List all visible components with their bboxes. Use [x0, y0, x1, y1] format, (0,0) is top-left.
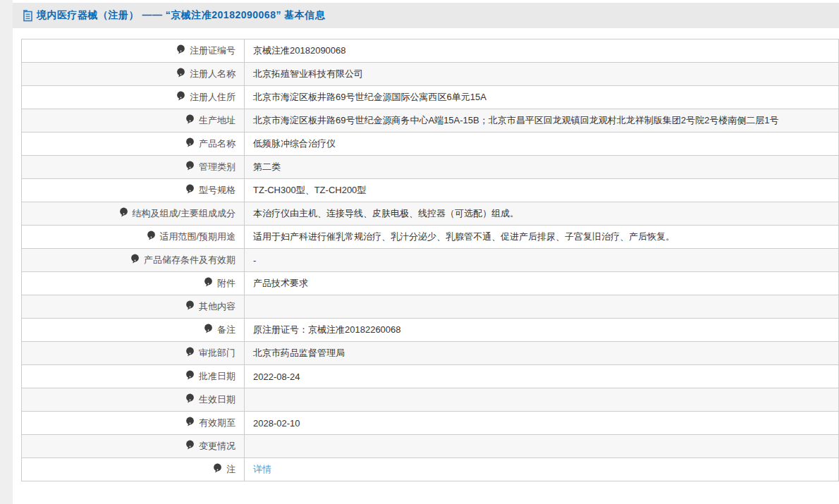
row-label: 其他内容: [22, 295, 245, 319]
row-value: TZ-CH300型、TZ-CH200型: [245, 179, 839, 202]
table-row: 有效期至 2028-02-10: [22, 412, 839, 435]
row-label-text: 有效期至: [199, 417, 235, 428]
row-label: 注册人名称: [22, 63, 245, 86]
row-value: -: [245, 249, 839, 272]
table-row: 生效日期: [22, 388, 839, 412]
row-label-text: 附件: [217, 278, 235, 288]
row-label: 产品名称: [22, 133, 245, 156]
registration-info-table: 注册证编号 京械注准20182090068 注册人名称 北京拓殖智业科技有限公司: [21, 39, 839, 481]
row-value: 北京拓殖智业科技有限公司: [245, 63, 839, 86]
note-icon: [130, 254, 140, 264]
row-label-text: 其他内容: [199, 301, 235, 312]
table-row: 变更情况: [22, 435, 839, 458]
row-label-text: 产品名称: [199, 138, 235, 149]
row-label: 型号规格: [22, 179, 245, 202]
note-icon: [176, 91, 185, 102]
row-value: [245, 295, 839, 319]
note-icon: [185, 370, 195, 381]
row-value: 2022-08-24: [245, 365, 839, 388]
note-icon: [185, 347, 195, 357]
content-panel: 境内医疗器械（注册） —— “京械注准20182090068” 基本信息 注册证…: [13, 0, 839, 504]
row-label-text: 注册证编号: [190, 45, 235, 56]
row-value: [245, 388, 839, 412]
table-row: 产品名称 低频脉冲综合治疗仪: [22, 133, 839, 156]
note-icon: [185, 137, 195, 148]
note-icon: [185, 417, 195, 427]
page-title-bar: 境内医疗器械（注册） —— “京械注准20182090068” 基本信息: [13, 3, 839, 28]
row-label: 备注: [22, 319, 245, 342]
row-value: 京械注准20182090068: [245, 39, 839, 63]
table-row: 注册人住所 北京市海淀区板井路69号世纪金源国际公寓西区6单元15A: [22, 86, 839, 109]
row-value: 产品技术要求: [245, 272, 839, 295]
note-icon: [185, 114, 195, 125]
row-label: 产品储存条件及有效期: [22, 249, 245, 272]
row-label: 结构及组成/主要组成成分: [22, 202, 245, 226]
table-row: 注册证编号 京械注准20182090068: [22, 39, 839, 63]
row-label: 审批部门: [22, 342, 245, 365]
note-icon: [185, 161, 195, 171]
row-label-text: 注: [226, 464, 235, 474]
row-value: 详情: [245, 458, 839, 481]
row-value: 北京市海淀区板井路69号世纪金源国际公寓西区6单元15A: [245, 86, 839, 109]
registration-table-body: 注册证编号 京械注准20182090068 注册人名称 北京拓殖智业科技有限公司: [22, 39, 839, 481]
table-row: 注 详情: [22, 458, 839, 481]
row-label-text: 结构及组成/主要组成成分: [132, 208, 235, 219]
table-row: 管理类别 第二类: [22, 156, 839, 179]
row-label: 变更情况: [22, 435, 245, 458]
note-icon: [185, 300, 195, 311]
table-row: 注册人名称 北京拓殖智业科技有限公司: [22, 63, 839, 86]
table-row: 适用范围/预期用途 适用于妇产科进行催乳常规治疗、乳汁分泌少、乳腺管不通、促进产…: [22, 226, 839, 249]
row-value: 原注册证号：京械注准20182260068: [245, 319, 839, 342]
note-icon: [176, 68, 185, 78]
row-value: 北京市海淀区板井路69号世纪金源商务中心A端15A-15B；北京市昌平区回龙观镇…: [245, 109, 839, 133]
row-value: 第二类: [245, 156, 839, 179]
note-icon: [213, 463, 222, 474]
page-title: 境内医疗器械（注册） —— “京械注准20182090068” 基本信息: [37, 9, 325, 22]
row-label: 管理类别: [22, 156, 245, 179]
table-row: 附件 产品技术要求: [22, 272, 839, 295]
row-value: 北京市药品监督管理局: [245, 342, 839, 365]
details-link[interactable]: 详情: [253, 464, 271, 474]
row-label-text: 生产地址: [199, 115, 235, 125]
row-label-text: 产品储存条件及有效期: [144, 254, 235, 265]
note-icon: [176, 44, 185, 55]
note-icon: [185, 184, 195, 195]
row-label-text: 生效日期: [199, 394, 235, 405]
note-icon: [119, 207, 128, 218]
page: 境内医疗器械（注册） —— “京械注准20182090068” 基本信息 注册证…: [0, 0, 839, 504]
row-value: 2028-02-10: [245, 412, 839, 435]
note-icon: [147, 231, 156, 241]
row-label-text: 审批部门: [199, 348, 235, 358]
row-label: 生产地址: [22, 109, 245, 133]
note-icon: [204, 277, 213, 288]
table-row: 备注 原注册证号：京械注准20182260068: [22, 319, 839, 342]
note-icon: [204, 324, 213, 334]
row-label: 注册证编号: [22, 39, 245, 63]
row-label: 生效日期: [22, 388, 245, 412]
row-value: 低频脉冲综合治疗仪: [245, 133, 839, 156]
row-label: 有效期至: [22, 412, 245, 435]
table-row: 审批部门 北京市药品监督管理局: [22, 342, 839, 365]
row-label-text: 型号规格: [199, 185, 235, 195]
table-row: 型号规格 TZ-CH300型、TZ-CH200型: [22, 179, 839, 202]
row-label: 附件: [22, 272, 245, 295]
row-value: 本治疗仪由主机、连接导线、皮肤电极、线控器（可选配）组成。: [245, 202, 839, 226]
table-row: 产品储存条件及有效期 -: [22, 249, 839, 272]
row-label-text: 批准日期: [199, 371, 235, 381]
table-row: 其他内容: [22, 295, 839, 319]
table-row: 批准日期 2022-08-24: [22, 365, 839, 388]
row-label: 批准日期: [22, 365, 245, 388]
row-label-text: 管理类别: [199, 161, 235, 172]
table-row: 结构及组成/主要组成成分 本治疗仪由主机、连接导线、皮肤电极、线控器（可选配）组…: [22, 202, 839, 226]
row-label-text: 适用范围/预期用途: [159, 231, 235, 242]
row-label: 适用范围/预期用途: [22, 226, 245, 249]
row-label-text: 变更情况: [199, 441, 235, 451]
row-label-text: 注册人名称: [190, 68, 235, 79]
note-icon: [185, 393, 195, 404]
row-label: 注册人住所: [22, 86, 245, 109]
row-value: [245, 435, 839, 458]
note-icon: [185, 440, 195, 450]
row-label: 注: [22, 458, 245, 481]
table-row: 生产地址 北京市海淀区板井路69号世纪金源商务中心A端15A-15B；北京市昌平…: [22, 109, 839, 133]
row-value: 适用于妇产科进行催乳常规治疗、乳汁分泌少、乳腺管不通、促进产后排尿、子宫复旧治疗…: [245, 226, 839, 249]
